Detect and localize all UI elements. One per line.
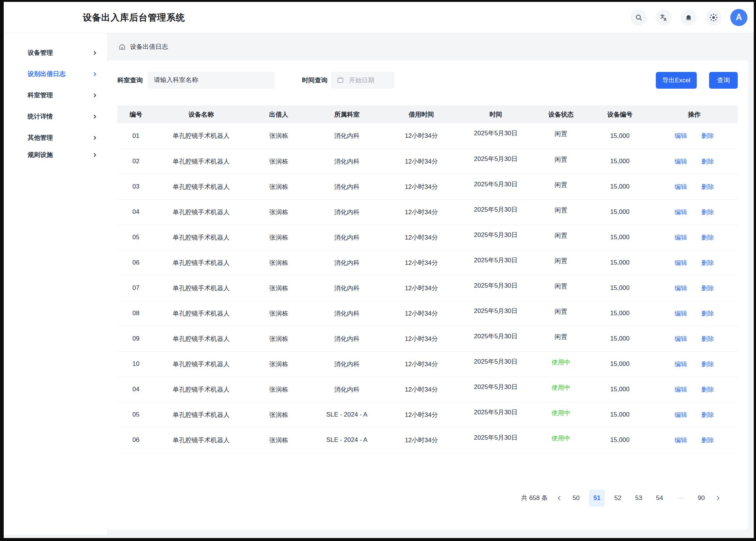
table-row: 07单孔腔镜手术机器人张润栋消化内科12小时34分2025年5月30日闲置15,…	[117, 275, 738, 301]
table-row: 06单孔腔镜手术机器人张润栋消化内科12小时34分2025年5月30日闲置15,…	[117, 250, 738, 275]
column-header: 设备名称	[155, 105, 248, 123]
delete-link[interactable]: 删除	[701, 310, 714, 317]
cell-borrower: 张润栋	[248, 149, 310, 174]
translate-button[interactable]: 文 A	[655, 9, 672, 26]
chevron-left-icon	[557, 495, 562, 501]
cell-actions: 编辑删除	[651, 326, 738, 351]
column-header: 出借人	[248, 105, 310, 123]
page-53[interactable]: 53	[631, 490, 647, 507]
pagination-total: 共 658 条	[521, 494, 548, 502]
delete-link[interactable]: 删除	[701, 259, 714, 266]
delete-link[interactable]: 删除	[701, 234, 714, 241]
table-row: 04单孔腔镜手术机器人张润栋消化内科12小时34分2025年5月30日闲置15,…	[117, 199, 738, 225]
page-50[interactable]: 50	[568, 490, 584, 507]
column-header: 所属科室	[309, 105, 384, 123]
main-area: 设备出借日志 科室查询 时间查询 开始日期	[107, 33, 754, 538]
search-icon	[635, 13, 643, 22]
page-54[interactable]: 54	[652, 490, 667, 507]
table-row: 10单孔腔镜手术机器人张润栋消化内科12小时34分2025年5月30日使用中15…	[117, 351, 738, 377]
cell-duration: 12小时34分	[384, 250, 458, 275]
cell-borrower: 张润栋	[248, 301, 310, 326]
page-51[interactable]: 51	[589, 490, 605, 507]
page-90[interactable]: 90	[693, 490, 709, 507]
delete-link[interactable]: 删除	[701, 335, 714, 342]
delete-link[interactable]: 删除	[701, 209, 714, 216]
query-button[interactable]: 查询	[709, 72, 738, 89]
page-52[interactable]: 52	[610, 490, 626, 507]
edit-link[interactable]: 编辑	[674, 310, 687, 317]
translate-icon: 文 A	[659, 13, 668, 22]
column-header: 借用时间	[384, 105, 458, 123]
export-excel-button[interactable]: 导出Excel	[656, 72, 697, 89]
topbar-actions: 文 A	[630, 9, 747, 26]
edit-link[interactable]: 编辑	[674, 386, 687, 393]
table-row: 09单孔腔镜手术机器人张润栋消化内科12小时34分2025年5月30日闲置15,…	[117, 326, 738, 351]
delete-link[interactable]: 删除	[701, 183, 714, 190]
sidebar-item-label: 科室管理	[28, 91, 53, 99]
sidebar-item-label: 统计详情	[28, 112, 53, 121]
cell-actions: 编辑删除	[651, 250, 738, 275]
edit-link[interactable]: 编辑	[674, 183, 687, 190]
cell-duration: 12小时34分	[384, 275, 458, 301]
edit-link[interactable]: 编辑	[674, 361, 687, 368]
cell-status: 闲置	[533, 301, 589, 326]
delete-link[interactable]: 删除	[701, 437, 714, 444]
log-table: 编号设备名称出借人所属科室借用时间时间设备状态设备编号操作 01单孔腔镜手术机器…	[117, 105, 738, 453]
sidebar-item[interactable]: 设备管理	[4, 42, 107, 63]
edit-link[interactable]: 编辑	[674, 335, 687, 342]
table-row: 08单孔腔镜手术机器人张润栋消化内科12小时34分2025年5月30日闲置15,…	[117, 301, 738, 326]
edit-link[interactable]: 编辑	[674, 285, 687, 292]
avatar[interactable]: A	[730, 9, 747, 26]
delete-link[interactable]: 删除	[701, 361, 714, 368]
delete-link[interactable]: 删除	[701, 386, 714, 393]
edit-link[interactable]: 编辑	[674, 158, 687, 165]
edit-link[interactable]: 编辑	[674, 259, 687, 266]
search-button[interactable]	[630, 9, 647, 26]
next-page-button[interactable]	[712, 490, 724, 507]
sidebar-item[interactable]: 科室管理	[4, 85, 107, 106]
svg-text:A: A	[664, 17, 667, 22]
edit-link[interactable]: 编辑	[674, 132, 687, 139]
cell-date: 2025年5月30日	[458, 301, 533, 326]
dept-search-input[interactable]	[148, 72, 274, 89]
cell-device-name: 单孔腔镜手术机器人	[155, 199, 248, 225]
cell-actions: 编辑删除	[651, 301, 738, 326]
cell-device-code: 15,000	[589, 351, 651, 377]
cell-duration: 12小时34分	[384, 351, 458, 377]
sidebar-item[interactable]: 规则设施	[4, 144, 107, 165]
cell-department: 消化内科	[309, 225, 384, 250]
cell-duration: 12小时34分	[384, 326, 458, 351]
cell-status: 闲置	[533, 326, 589, 351]
edit-link[interactable]: 编辑	[674, 411, 687, 418]
app-window: 设备出入库后台管理系统 文 A	[4, 2, 754, 538]
notification-button[interactable]	[680, 9, 697, 26]
edit-link[interactable]: 编辑	[674, 209, 687, 216]
start-date-picker[interactable]: 开始日期	[331, 72, 394, 89]
cell-duration: 12小时34分	[384, 199, 458, 225]
cell-status: 使用中	[533, 377, 589, 402]
cell-id: 06	[117, 250, 155, 275]
cell-device-name: 单孔腔镜手术机器人	[155, 275, 248, 301]
cell-borrower: 张润栋	[248, 225, 310, 250]
edit-link[interactable]: 编辑	[674, 234, 687, 241]
cell-department: 消化内科	[309, 377, 384, 402]
start-date-placeholder: 开始日期	[349, 76, 374, 85]
delete-link[interactable]: 删除	[701, 411, 714, 418]
edit-link[interactable]: 编辑	[674, 437, 687, 444]
sidebar-item-label: 设别出借日志	[28, 70, 66, 78]
cell-device-code: 15,000	[589, 377, 651, 402]
table-row: 06单孔腔镜手术机器人张润栋SLE - 2024 - A12小时34分2025年…	[117, 427, 738, 453]
dept-filter-label: 科室查询	[117, 76, 143, 85]
cell-date: 2025年5月30日	[458, 377, 533, 402]
chevron-right-icon	[93, 152, 97, 158]
prev-page-button[interactable]	[553, 490, 566, 507]
cell-device-name: 单孔腔镜手术机器人	[155, 174, 248, 199]
cell-borrower: 张润栋	[248, 123, 310, 149]
delete-link[interactable]: 删除	[701, 158, 714, 165]
delete-link[interactable]: 删除	[701, 285, 714, 292]
sidebar-item[interactable]: 统计详情	[4, 106, 107, 127]
sidebar-item[interactable]: 设别出借日志	[4, 63, 107, 85]
theme-button[interactable]	[705, 9, 722, 26]
delete-link[interactable]: 删除	[701, 132, 714, 139]
cell-actions: 编辑删除	[651, 149, 738, 174]
